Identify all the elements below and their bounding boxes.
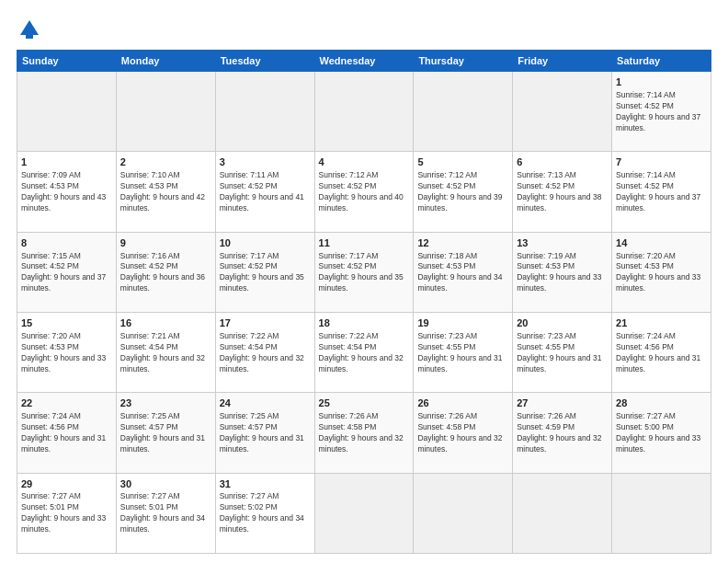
calendar-body: 1Sunrise: 7:14 AMSunset: 4:52 PMDaylight… [17,72,711,554]
day-info: Sunrise: 7:25 AMSunset: 4:57 PMDaylight:… [120,411,211,455]
calendar-week-1: 1Sunrise: 7:09 AMSunset: 4:53 PMDaylight… [17,152,711,232]
calendar-header-saturday: Saturday [612,51,711,72]
calendar-cell [116,72,215,152]
calendar-cell: 2Sunrise: 7:10 AMSunset: 4:53 PMDaylight… [116,152,215,232]
day-number: 9 [120,236,211,250]
day-info: Sunrise: 7:22 AMSunset: 4:54 PMDaylight:… [220,331,311,375]
calendar-cell: 6Sunrise: 7:13 AMSunset: 4:52 PMDaylight… [513,152,612,232]
day-info: Sunrise: 7:21 AMSunset: 4:54 PMDaylight:… [120,331,211,375]
calendar-week-3: 15Sunrise: 7:20 AMSunset: 4:53 PMDayligh… [17,312,711,392]
day-number: 19 [417,316,508,330]
day-info: Sunrise: 7:23 AMSunset: 4:55 PMDaylight:… [417,331,508,375]
calendar-cell: 26Sunrise: 7:26 AMSunset: 4:58 PMDayligh… [414,393,513,473]
calendar-cell: 24Sunrise: 7:25 AMSunset: 4:57 PMDayligh… [215,393,314,473]
day-number: 21 [616,316,707,330]
day-info: Sunrise: 7:20 AMSunset: 4:53 PMDaylight:… [616,251,707,295]
day-info: Sunrise: 7:19 AMSunset: 4:53 PMDaylight:… [517,251,608,295]
day-number: 26 [417,396,508,410]
day-number: 3 [220,155,311,169]
calendar-cell: 7Sunrise: 7:14 AMSunset: 4:52 PMDaylight… [612,152,711,232]
day-number: 6 [517,155,608,169]
calendar-cell: 31Sunrise: 7:27 AMSunset: 5:02 PMDayligh… [215,473,314,553]
calendar-cell: 1Sunrise: 7:09 AMSunset: 4:53 PMDaylight… [17,152,117,232]
day-info: Sunrise: 7:11 AMSunset: 4:52 PMDaylight:… [220,170,311,214]
day-number: 23 [120,396,211,410]
day-info: Sunrise: 7:12 AMSunset: 4:52 PMDaylight:… [417,170,508,214]
day-info: Sunrise: 7:20 AMSunset: 4:53 PMDaylight:… [21,331,112,375]
calendar-cell: 12Sunrise: 7:18 AMSunset: 4:53 PMDayligh… [414,232,513,312]
calendar-week-0: 1Sunrise: 7:14 AMSunset: 4:52 PMDaylight… [17,72,711,152]
svg-rect-1 [26,33,33,39]
calendar-cell [314,473,414,553]
calendar-cell [215,72,314,152]
calendar-cell [513,473,612,553]
svg-marker-0 [20,20,39,35]
day-info: Sunrise: 7:18 AMSunset: 4:53 PMDaylight:… [417,251,508,295]
day-number: 28 [616,396,707,410]
day-number: 14 [616,236,707,250]
day-number: 24 [220,396,311,410]
calendar-cell [17,72,117,152]
calendar-cell [414,72,513,152]
day-info: Sunrise: 7:10 AMSunset: 4:53 PMDaylight:… [120,170,211,214]
calendar-header-wednesday: Wednesday [314,51,414,72]
day-number: 29 [21,477,112,491]
day-number: 5 [417,155,508,169]
logo-icon [17,17,42,42]
day-info: Sunrise: 7:22 AMSunset: 4:54 PMDaylight:… [319,331,410,375]
calendar-header-thursday: Thursday [414,51,513,72]
day-info: Sunrise: 7:24 AMSunset: 4:56 PMDaylight:… [616,331,707,375]
calendar-cell [513,72,612,152]
day-number: 20 [517,316,608,330]
calendar-header-tuesday: Tuesday [215,51,314,72]
calendar-header-sunday: Sunday [17,51,117,72]
day-info: Sunrise: 7:13 AMSunset: 4:52 PMDaylight:… [517,170,608,214]
day-info: Sunrise: 7:25 AMSunset: 4:57 PMDaylight:… [220,411,311,455]
calendar-cell: 3Sunrise: 7:11 AMSunset: 4:52 PMDaylight… [215,152,314,232]
day-info: Sunrise: 7:26 AMSunset: 4:59 PMDaylight:… [517,411,608,455]
calendar-cell: 4Sunrise: 7:12 AMSunset: 4:52 PMDaylight… [314,152,414,232]
day-number: 30 [120,477,211,491]
calendar-cell: 16Sunrise: 7:21 AMSunset: 4:54 PMDayligh… [116,312,215,392]
calendar-week-4: 22Sunrise: 7:24 AMSunset: 4:56 PMDayligh… [17,393,711,473]
calendar-cell: 11Sunrise: 7:17 AMSunset: 4:52 PMDayligh… [314,232,414,312]
calendar-cell: 27Sunrise: 7:26 AMSunset: 4:59 PMDayligh… [513,393,612,473]
day-info: Sunrise: 7:12 AMSunset: 4:52 PMDaylight:… [319,170,410,214]
calendar-cell: 14Sunrise: 7:20 AMSunset: 4:53 PMDayligh… [612,232,711,312]
day-number: 25 [319,396,410,410]
calendar-week-5: 29Sunrise: 7:27 AMSunset: 5:01 PMDayligh… [17,473,711,553]
calendar-cell: 30Sunrise: 7:27 AMSunset: 5:01 PMDayligh… [116,473,215,553]
calendar-cell: 29Sunrise: 7:27 AMSunset: 5:01 PMDayligh… [17,473,117,553]
day-info: Sunrise: 7:27 AMSunset: 5:01 PMDaylight:… [120,491,211,535]
day-number: 27 [517,396,608,410]
calendar: SundayMondayTuesdayWednesdayThursdayFrid… [17,50,711,554]
logo [17,17,46,42]
day-info: Sunrise: 7:17 AMSunset: 4:52 PMDaylight:… [220,251,311,295]
calendar-cell [314,72,414,152]
calendar-cell: 13Sunrise: 7:19 AMSunset: 4:53 PMDayligh… [513,232,612,312]
page: SundayMondayTuesdayWednesdayThursdayFrid… [0,0,728,563]
calendar-cell: 23Sunrise: 7:25 AMSunset: 4:57 PMDayligh… [116,393,215,473]
day-number: 2 [120,155,211,169]
day-info: Sunrise: 7:23 AMSunset: 4:55 PMDaylight:… [517,331,608,375]
day-info: Sunrise: 7:14 AMSunset: 4:52 PMDaylight:… [616,90,707,134]
day-info: Sunrise: 7:16 AMSunset: 4:52 PMDaylight:… [120,251,211,295]
calendar-cell: 1Sunrise: 7:14 AMSunset: 4:52 PMDaylight… [612,72,711,152]
day-number: 10 [220,236,311,250]
day-number: 11 [319,236,410,250]
calendar-header-row: SundayMondayTuesdayWednesdayThursdayFrid… [17,51,711,72]
calendar-cell: 25Sunrise: 7:26 AMSunset: 4:58 PMDayligh… [314,393,414,473]
calendar-cell: 10Sunrise: 7:17 AMSunset: 4:52 PMDayligh… [215,232,314,312]
day-number: 16 [120,316,211,330]
day-info: Sunrise: 7:09 AMSunset: 4:53 PMDaylight:… [21,170,112,214]
day-info: Sunrise: 7:26 AMSunset: 4:58 PMDaylight:… [319,411,410,455]
calendar-cell: 5Sunrise: 7:12 AMSunset: 4:52 PMDaylight… [414,152,513,232]
day-info: Sunrise: 7:26 AMSunset: 4:58 PMDaylight:… [417,411,508,455]
header [17,17,711,42]
calendar-cell: 8Sunrise: 7:15 AMSunset: 4:52 PMDaylight… [17,232,117,312]
calendar-cell: 19Sunrise: 7:23 AMSunset: 4:55 PMDayligh… [414,312,513,392]
calendar-week-2: 8Sunrise: 7:15 AMSunset: 4:52 PMDaylight… [17,232,711,312]
day-number: 12 [417,236,508,250]
calendar-cell: 17Sunrise: 7:22 AMSunset: 4:54 PMDayligh… [215,312,314,392]
calendar-cell: 20Sunrise: 7:23 AMSunset: 4:55 PMDayligh… [513,312,612,392]
